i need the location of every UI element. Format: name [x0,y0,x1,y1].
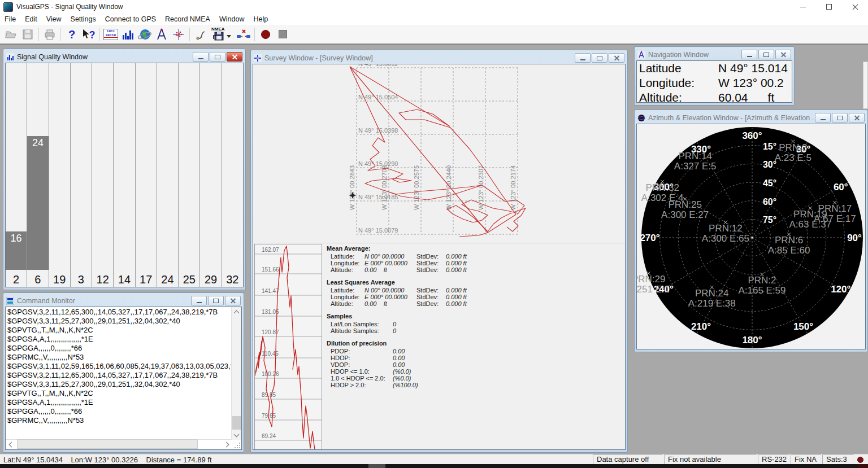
close-button[interactable] [842,0,868,14]
navigation-title: Navigation Window [648,51,740,59]
gps-probe-button[interactable] [192,27,209,42]
stats-section-header: Mean Average: [327,245,502,252]
svg-text:A:300 E:27: A:300 E:27 [661,209,709,220]
minimize-icon [198,58,203,59]
print-button[interactable] [41,27,58,42]
horizontal-scroll-thumb[interactable] [17,439,198,449]
navigation-title-bar[interactable]: Navigation Window [636,49,792,60]
svg-text:69.24: 69.24 [262,433,276,439]
command-monitor-button[interactable]: 101100110 [102,27,119,42]
mdi-client-area: Signal Quality Window 162246193121417242… [0,44,868,454]
child-minimize-button[interactable] [193,52,209,62]
save-button[interactable] [19,27,36,42]
survey-track-plot: N 49° 15.0611N 49° 15.0504N 49° 15.0398N… [253,64,626,243]
prn-label: 2 [6,273,27,286]
child-close-button[interactable] [609,53,624,63]
child-close-button[interactable] [849,113,865,123]
probe-icon [194,28,207,41]
child-minimize-button[interactable] [191,296,207,305]
svg-text:PRN:25: PRN:25 [668,199,702,210]
status-bar: Lat:N 49° 15.0434 Lon:W 123° 00.3226 Dis… [0,454,868,465]
longitude-label: Longitude: [639,76,718,90]
prn-label: 19 [49,273,70,286]
child-maximize-button[interactable] [592,53,607,63]
context-help-button[interactable]: ? [80,27,97,42]
satellite-prn-17: PRN:17A:67 E:17 [814,201,856,224]
scroll-up-button[interactable] [232,307,241,317]
azimuth-title-bar[interactable]: Azimuth & Elevation Window - [Azimuth & … [636,112,866,124]
svg-text:180°: 180° [742,335,762,345]
scroll-left-button[interactable] [6,440,15,449]
child-close-button[interactable] [225,296,241,305]
prn-label: 25 [179,273,199,286]
child-maximize-button[interactable] [758,50,774,59]
altitude-label: Altitude: [639,90,718,103]
scatter-plot-icon [171,28,186,41]
menu-window[interactable]: Window [215,14,249,24]
navigation-button[interactable] [153,27,170,42]
menu-connect-to-gps[interactable]: Connect to GPS [101,14,160,24]
help-button[interactable]: ? [63,27,80,42]
status-panel-rs-232: RS-232 [758,454,789,465]
command-monitor-title-bar[interactable]: Command Monitor [5,295,242,307]
child-minimize-button[interactable] [815,113,831,123]
vertical-scroll-thumb[interactable] [232,416,241,430]
stop-button[interactable] [274,27,291,42]
close-icon [614,55,619,60]
stats-row: PDOP:0.00 [327,348,502,355]
open-file-button[interactable] [2,27,19,42]
restore-button[interactable] [816,0,842,14]
latitude-row: Latitude N 49° 15.014 [637,61,792,76]
menu-edit[interactable]: Edit [20,14,42,24]
signal-quality-button[interactable] [119,27,136,42]
stop-icon [279,30,287,38]
survey-button[interactable] [170,27,187,42]
scroll-right-button[interactable] [222,440,232,449]
close-icon [231,298,236,303]
child-close-button[interactable] [227,52,242,62]
floppy-icon [21,28,34,41]
menu-settings[interactable]: Settings [66,14,101,24]
menu-file[interactable]: File [0,14,20,24]
horizontal-scrollbar[interactable] [6,439,232,449]
child-maximize-button[interactable] [832,113,848,123]
vertical-scrollbar[interactable] [231,307,241,440]
maximize-icon [763,53,769,57]
stats-row: Altitude:0.00 ftStdDev:0.000 ft [327,300,502,307]
main-title-bar[interactable]: VisualGPS - Signal Quality Window [0,0,868,14]
scroll-down-button[interactable] [232,430,241,440]
minimize-button[interactable] [790,0,816,14]
svg-text:W 123° 00.2709: W 123° 00.2709 [381,165,388,210]
menu-help[interactable]: Help [249,14,272,24]
menu-view[interactable]: View [42,14,66,24]
svg-text:141.47: 141.47 [262,288,279,294]
child-maximize-button[interactable] [210,52,225,62]
signal-quality-window: Signal Quality Window 162246193121417242… [3,49,246,290]
azimuth-elevation-button[interactable] [136,27,153,42]
menu-record-nmea[interactable]: Record NMEA [160,14,215,24]
prn-label: 29 [200,273,221,286]
signal-column: 32 [222,63,243,287]
signal-quality-chart: 16224619312141724252932 [5,63,244,287]
mdi-scrollbar[interactable] [863,62,868,109]
svg-text:A:219 E:38: A:219 E:38 [688,298,736,309]
child-minimize-button[interactable] [741,50,757,59]
disconnect-button[interactable] [235,27,252,42]
record-button[interactable] [257,27,274,42]
survey-title-bar[interactable]: Survey Window - [Survey Window] [253,52,626,64]
signal-quality-title-bar[interactable]: Signal Quality Window [5,51,244,63]
child-minimize-button[interactable] [575,53,591,63]
nmea-log[interactable]: $GPGSV,3,2,11,12,65,300,,14,05,327,,17,1… [6,307,232,440]
record-nmea-button[interactable]: NMEA [209,27,235,42]
globe-icon [637,114,645,122]
dropdown-arrow-icon[interactable] [227,35,231,38]
divider [253,243,625,243]
longitude-row: Longitude: W 123° 00.2 [637,76,792,90]
child-close-button[interactable] [775,50,791,59]
resize-grip[interactable] [232,440,241,449]
svg-text:W 123° 00.2575: W 123° 00.2575 [413,165,420,210]
nmea-line: $GPGSV,3,2,11,12,65,300,,14,05,327,,17,1… [7,371,230,380]
child-maximize-button[interactable] [208,296,224,305]
svg-text:W 123° 00.2307: W 123° 00.2307 [478,165,484,210]
stats-row: Longitude:E 000° 00.0000StdDev:0.000 ft [327,294,502,300]
